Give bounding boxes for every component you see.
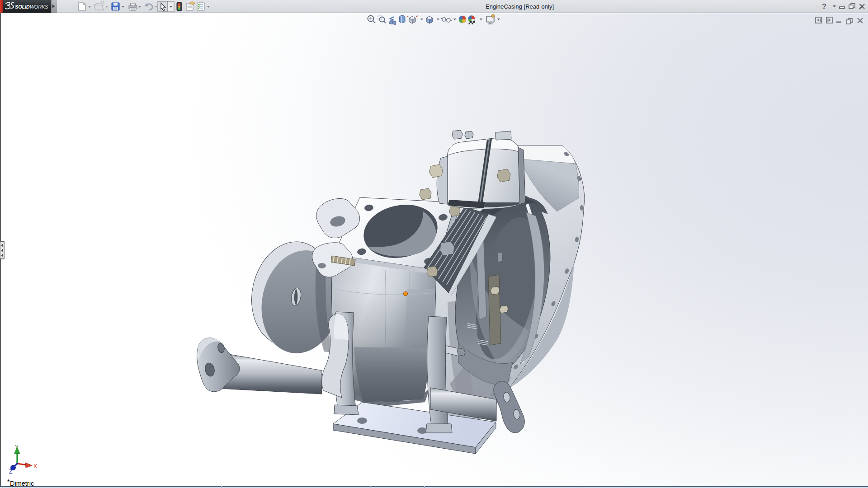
svg-text:?: ?	[822, 3, 826, 10]
